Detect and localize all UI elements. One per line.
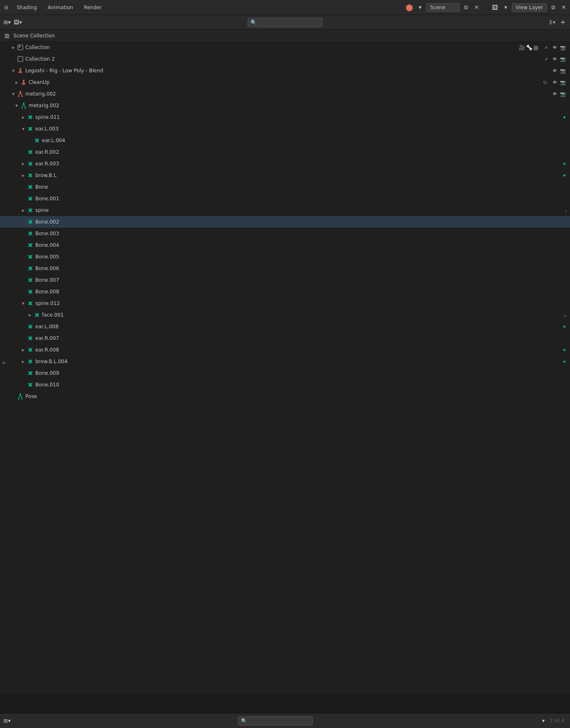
scene-new-icon[interactable]: ⧉: [461, 3, 470, 12]
expand-metarig002-pose[interactable]: [13, 102, 20, 109]
bone001-item[interactable]: Bone.001: [0, 193, 570, 204]
tab-render[interactable]: Render: [79, 3, 107, 12]
bottom-view-icon[interactable]: ⊞▾: [2, 716, 12, 726]
expand-spine011[interactable]: [20, 114, 27, 121]
spine-label: spine: [35, 207, 564, 213]
browBL004-right-icon: ✦: [562, 359, 567, 365]
browBL-bone-icon: [27, 172, 34, 179]
view-layer-name[interactable]: View Layer: [512, 3, 547, 12]
visibility-checkbox[interactable]: ✓: [543, 44, 550, 51]
bone009-item[interactable]: Bone.009: [0, 367, 570, 379]
earL004-item[interactable]: ear.L.004: [0, 135, 570, 146]
metarig002-camera-icon[interactable]: 📷: [559, 90, 567, 98]
earR008-item[interactable]: ear.R.008 ✦: [0, 344, 570, 356]
metarig002-eye-icon[interactable]: 👁: [551, 90, 558, 98]
expand-browBL004[interactable]: [20, 358, 27, 365]
bone-item[interactable]: Bone: [0, 181, 570, 193]
browBL004-item[interactable]: brow.B.L.004 ✦: [0, 356, 570, 367]
expand-spine[interactable]: [20, 207, 27, 214]
metarig002-pose-item[interactable]: metarig.002: [0, 100, 570, 111]
face001-badge: ₂₀: [563, 313, 567, 317]
expand-earR003[interactable]: [20, 160, 27, 167]
bone006-item[interactable]: Bone.006: [0, 263, 570, 274]
tab-animation[interactable]: Animation: [43, 3, 78, 12]
face001-item[interactable]: face.001 ₂₀: [0, 309, 570, 321]
bottom-chevron-icon[interactable]: ▾: [539, 716, 548, 726]
metarig002-item[interactable]: metarig.002 👁 📷: [0, 88, 570, 100]
earL003-item[interactable]: ear.L.003: [0, 123, 570, 135]
camera-render-icon[interactable]: 📷: [559, 44, 567, 51]
view-layer-dropdown[interactable]: ▾: [501, 3, 510, 12]
earR003-item[interactable]: ear.R.003 ✦: [0, 158, 570, 170]
expand-earR008[interactable]: [20, 347, 27, 353]
collection2-camera-icon[interactable]: 📷: [559, 55, 567, 63]
top-bar: ⊞ Shading Animation Render ⬤ ▾ Scene ⧉ ✕…: [0, 0, 570, 15]
bone008-icon: [27, 288, 34, 295]
bone003-item[interactable]: Bone.003: [0, 228, 570, 239]
spine012-item[interactable]: spine.012: [0, 298, 570, 309]
browBL-item[interactable]: brow.B.L ✦: [0, 170, 570, 181]
cleanup-item[interactable]: CleanUp ∇₂ 👁 📷: [0, 76, 570, 88]
expand-earL003[interactable]: [20, 125, 27, 132]
scene-close-icon[interactable]: ✕: [472, 3, 481, 12]
earR007-item[interactable]: ear.R.007: [0, 332, 570, 344]
expand-spine012[interactable]: [20, 300, 27, 307]
bottom-search-input[interactable]: [238, 716, 313, 726]
scene-group: ⬤ ▾ Scene ⧉ ✕: [405, 3, 481, 12]
browBL004-label: brow.B.L.004: [35, 359, 560, 364]
pose-item[interactable]: Pose: [0, 391, 570, 402]
metarig002-pose-label: metarig.002: [29, 103, 567, 108]
expand-metarig002[interactable]: [10, 91, 17, 97]
spine012-label: spine.012: [35, 300, 567, 306]
bone002-item[interactable]: Bone.002: [0, 216, 570, 228]
collection2-item[interactable]: Collection 2 ✓ 👁 📷: [0, 53, 570, 65]
bone005-item[interactable]: Bone.005: [0, 251, 570, 263]
view-layer-new-icon[interactable]: ⧉: [548, 3, 558, 12]
bone008-item[interactable]: Bone.008: [0, 286, 570, 298]
earR003-right-icon: ✦: [562, 161, 567, 167]
scene-type-icon[interactable]: ⬤: [405, 3, 414, 12]
collection-item[interactable]: Collection 🎥 🦴 ▦ ✓ 👁 📷: [0, 42, 570, 53]
collection2-eye-icon[interactable]: 👁: [551, 55, 558, 63]
spine011-item[interactable]: spine.011 ✦: [0, 111, 570, 123]
spine-item[interactable]: spine ₅: [0, 204, 570, 216]
earR002-item[interactable]: ear.R.002: [0, 146, 570, 158]
legoshi-camera-icon[interactable]: 📷: [559, 67, 567, 74]
filter-icon[interactable]: ⊻▾: [548, 18, 557, 27]
add-collection-icon[interactable]: +: [558, 18, 568, 27]
eye-icon[interactable]: 👁: [551, 44, 558, 51]
layout-icon[interactable]: ⊞: [2, 3, 11, 12]
bone010-item[interactable]: Bone.010: [0, 379, 570, 391]
cleanup-camera-icon[interactable]: 📷: [559, 79, 567, 86]
bone007-item[interactable]: Bone.007: [0, 274, 570, 286]
earL008-item[interactable]: ear.L.008 ✦: [0, 321, 570, 332]
cleanup-eye-icon[interactable]: 👁: [551, 79, 558, 86]
search-input[interactable]: [248, 18, 322, 27]
svg-line-22: [24, 104, 25, 106]
expand-legoshi[interactable]: [10, 67, 17, 74]
expand-collection[interactable]: [10, 44, 17, 51]
tab-shading[interactable]: Shading: [12, 3, 42, 12]
pose-icon: [17, 393, 24, 400]
collection2-visibility-checkbox[interactable]: ✓: [543, 55, 550, 63]
view-dropdown[interactable]: ⊞▾: [2, 18, 12, 27]
scene-name[interactable]: Scene: [426, 3, 459, 12]
display-dropdown[interactable]: 🖼▾: [13, 18, 22, 27]
left-panel-arrow[interactable]: ◀: [0, 359, 6, 366]
spine011-bone-icon: [27, 113, 34, 121]
expand-cleanup[interactable]: [13, 79, 20, 86]
cleanup-label: CleanUp: [29, 79, 542, 85]
legoshi-eye-icon[interactable]: 👁: [551, 67, 558, 74]
expand-face001[interactable]: [27, 312, 33, 318]
view-layer-icon[interactable]: 🖼: [490, 3, 499, 12]
metarig002-actions: 👁 📷: [548, 90, 567, 98]
cleanup-actions: 👁 📷: [548, 79, 567, 86]
expand-browBL[interactable]: [20, 172, 27, 179]
collection-icon: [17, 44, 24, 51]
scene-collection-icon: ▥: [2, 31, 12, 40]
scene-dropdown[interactable]: ▾: [415, 3, 425, 12]
view-layer-close-icon[interactable]: ✕: [559, 3, 568, 12]
legoshi-item[interactable]: Legoshi - Rig - Low Poly - Blend 👁 📷: [0, 65, 570, 76]
bone004-item[interactable]: Bone.004: [0, 239, 570, 251]
earR002-bone-icon: [27, 148, 34, 156]
